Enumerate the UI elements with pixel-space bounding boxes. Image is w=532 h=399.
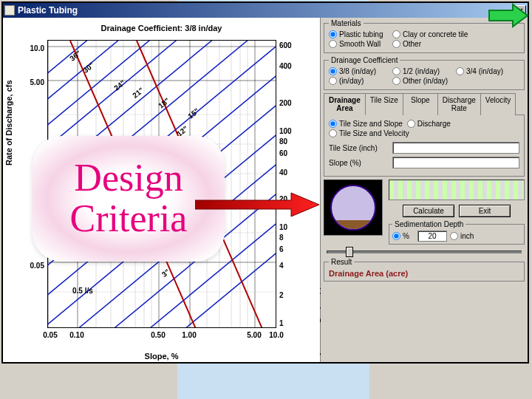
callout-arrow-icon <box>195 191 321 221</box>
ytick-right: 2 <box>279 291 300 299</box>
radio-sed-inch[interactable]: inch <box>450 232 480 240</box>
radio-label: (in/day) <box>339 77 364 85</box>
ytick-right: 80 <box>279 137 300 146</box>
radio-ts-slope-input[interactable] <box>329 120 337 128</box>
xtick: 1.00 <box>182 331 196 339</box>
ytick-right: 4 <box>279 262 300 270</box>
radio-ts-velocity-input[interactable] <box>329 129 337 137</box>
radio-coef-inday-input[interactable] <box>329 77 337 85</box>
tab-drainage-area[interactable]: Drainage Area <box>324 93 366 115</box>
system-icon <box>4 5 15 16</box>
radio-coef-34-input[interactable] <box>456 67 464 75</box>
radio-label: Plastic tubing <box>339 30 383 38</box>
coefficient-legend: Drainage Coefficient <box>329 56 400 64</box>
xtick: 0.50 <box>151 331 165 339</box>
pipe-profile-graphic <box>389 180 525 200</box>
ytick-right: 6 <box>279 245 300 253</box>
xtick: 10.0 <box>269 331 283 339</box>
app-window: Plastic Tubing ✕ Drainage Coefficient: 3… <box>1 1 529 364</box>
radio-other-mat-input[interactable] <box>392 40 400 48</box>
sediment-value-input[interactable] <box>417 231 447 242</box>
radio-coef-inday[interactable]: (in/day) <box>329 77 388 85</box>
tab-velocity[interactable]: Velocity <box>480 93 516 115</box>
radio-label: Other (in/day) <box>403 77 448 85</box>
radio-coef-38-input[interactable] <box>329 67 337 75</box>
radio-plastic-input[interactable] <box>329 30 337 38</box>
svg-marker-0 <box>489 4 528 27</box>
radio-label: Smooth Wall <box>339 40 381 48</box>
slider-thumb[interactable] <box>346 247 353 257</box>
radio-label: Discharge <box>417 120 451 128</box>
radio-coef-38[interactable]: 3/8 (in/day) <box>329 67 388 75</box>
radio-ts-slope[interactable]: Tile Size and Slope <box>329 120 403 128</box>
slope-label: Slope (%) <box>329 159 388 167</box>
radio-coef-12-input[interactable] <box>392 67 400 75</box>
radio-plastic[interactable]: Plastic tubing <box>329 30 388 38</box>
flow-annotation: 0.5 l/s <box>72 287 93 295</box>
slope-input[interactable] <box>392 157 519 168</box>
ytick-right: 600 <box>279 41 300 50</box>
sediment-slider[interactable] <box>327 250 522 253</box>
x-axis-label: Slope, % <box>3 352 320 361</box>
result-legend: Result <box>329 258 354 266</box>
radio-label: 1/2 (in/day) <box>403 67 440 75</box>
radio-sed-pct[interactable]: % <box>392 232 415 240</box>
ytick-right: 100 <box>279 127 300 135</box>
chart-panel: Drainage Coefficient: 3/8 in/day Rate of… <box>3 18 321 362</box>
radio-ts-velocity[interactable]: Tile Size and Velocity <box>329 129 432 137</box>
radio-label: Tile Size and Velocity <box>339 129 409 137</box>
ytick-right: 60 <box>279 149 300 157</box>
radio-smooth[interactable]: Smooth Wall <box>329 40 388 48</box>
svg-line-28 <box>48 41 276 85</box>
result-label: Drainage Area (acre) <box>329 269 408 278</box>
form-panel: Materials Plastic tubing Clay or concret… <box>321 18 528 362</box>
radio-sed-pct-input[interactable] <box>392 232 400 240</box>
radio-clay[interactable]: Clay or concrete tile <box>392 30 468 38</box>
ytick-right: 8 <box>279 233 300 242</box>
sedimentation-group: Sedimentation Depth % inch <box>389 220 525 245</box>
radio-label: 3/8 (in/day) <box>339 67 376 75</box>
sedimentation-legend: Sedimentation Depth <box>392 220 466 228</box>
xtick: 0.05 <box>43 331 57 339</box>
design-criteria-text: Design Criteria <box>70 158 188 239</box>
ytick-right: 200 <box>279 99 300 107</box>
chart-title: Drainage Coefficient: 3/8 in/day <box>3 24 320 33</box>
radio-other-mat[interactable]: Other <box>392 40 451 48</box>
radio-label: Clay or concrete tile <box>403 30 468 38</box>
window-title: Plastic Tubing <box>18 5 514 16</box>
materials-legend: Materials <box>329 19 364 27</box>
radio-label: Other <box>403 40 421 48</box>
tab-tile-size[interactable]: Tile Size <box>365 93 403 115</box>
ytick-left: 0.05 <box>25 262 44 270</box>
radio-label: % <box>403 232 409 240</box>
ytick-right: 1 <box>279 319 300 327</box>
xtick: 0.10 <box>69 331 83 339</box>
radio-coef-12[interactable]: 1/2 (in/day) <box>392 67 451 75</box>
ytick-right: 40 <box>279 168 300 177</box>
radio-coef-other-input[interactable] <box>392 77 400 85</box>
ytick-right: 400 <box>279 62 300 70</box>
result-group: Result Drainage Area (acre) <box>324 258 525 282</box>
radio-sed-inch-input[interactable] <box>450 232 458 240</box>
tab-discharge-rate[interactable]: Discharge Rate <box>437 93 481 115</box>
radio-clay-input[interactable] <box>392 30 400 38</box>
svg-marker-44 <box>195 193 319 216</box>
tile-size-label: Tile Size (inch) <box>329 144 388 152</box>
radio-label: inch <box>460 232 474 240</box>
radio-discharge-input[interactable] <box>407 120 415 128</box>
next-arrow-icon[interactable] <box>488 3 529 28</box>
tab-slope[interactable]: Slope <box>403 93 438 115</box>
radio-smooth-input[interactable] <box>329 40 337 48</box>
ytick-left: 10.0 <box>25 44 44 52</box>
tile-size-input[interactable] <box>392 142 519 154</box>
radio-discharge[interactable]: Discharge <box>407 120 466 128</box>
ytick-left: 5.00 <box>25 78 44 86</box>
calculate-button[interactable]: Calculate <box>403 205 454 217</box>
coefficient-group: Drainage Coefficient 3/8 (in/day) 1/2 (i… <box>324 56 525 90</box>
radio-coef-34[interactable]: 3/4 (in/day) <box>456 67 515 75</box>
y-axis-left-label: Rate of Discharge, cfs <box>4 80 13 166</box>
exit-button[interactable]: Exit <box>459 205 511 217</box>
tab-strip: Drainage Area Tile Size Slope Discharge … <box>324 93 525 115</box>
xtick: 5.00 <box>247 331 261 339</box>
radio-coef-other[interactable]: Other (in/day) <box>392 77 451 85</box>
